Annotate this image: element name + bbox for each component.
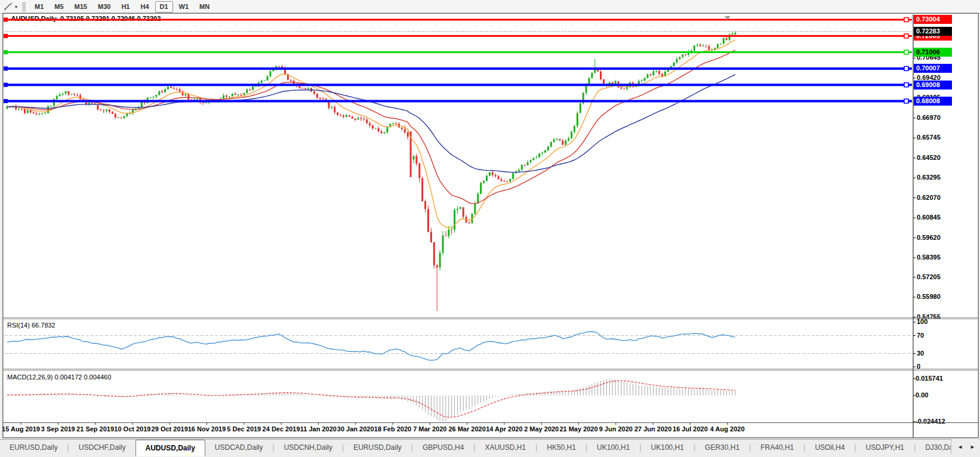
timeframe-button-m5[interactable]: M5	[50, 1, 68, 13]
cursor-tool-icon	[4, 2, 13, 11]
dropdown-caret-icon: ▾	[15, 4, 17, 10]
tab-eurusd-daily[interactable]: EURUSD,Daily	[344, 440, 411, 455]
timeframe-button-mn[interactable]: MN	[195, 1, 214, 13]
tab-uk100-h1[interactable]: UK100,H1	[587, 440, 639, 455]
timeframe-button-h4[interactable]: H4	[135, 1, 153, 13]
toolbar-grip[interactable]	[22, 2, 26, 11]
tab-fra40-h1[interactable]: FRA40,H1	[751, 440, 803, 455]
mt4-window: ▾ M1M5M15M30H1H4D1W1MN ▸AUDUSD,Daily 0.7…	[0, 0, 980, 457]
tab-usdchf-daily[interactable]: USDCHF,Daily	[69, 440, 135, 455]
timeframe-button-m15[interactable]: M15	[70, 1, 92, 13]
tab-usdcad-daily[interactable]: USDCAD,Daily	[205, 440, 273, 455]
tab-xauusd-h1[interactable]: XAUUSD,H1	[475, 440, 535, 455]
timeframe-button-w1[interactable]: W1	[174, 1, 194, 13]
chart-area[interactable]	[2, 13, 979, 438]
timeframe-button-d1[interactable]: D1	[155, 1, 173, 13]
tab-uk100-h1[interactable]: UK100,H1	[642, 440, 694, 455]
tab-eurusd-daily[interactable]: EURUSD,Daily	[0, 440, 67, 455]
timeframe-button-h1[interactable]: H1	[116, 1, 134, 13]
tab-gbpusd-h4[interactable]: GBPUSD,H4	[413, 440, 473, 455]
tab-usoil-h4[interactable]: USOil,H4	[805, 440, 854, 455]
timeframe-button-m1[interactable]: M1	[30, 1, 48, 13]
tab-usdjpy-h1[interactable]: USDJPY,H1	[856, 440, 914, 455]
tab-scroll-right-icon[interactable]: ►	[966, 442, 979, 452]
tab-audusd-daily[interactable]: AUDUSD,Daily	[135, 440, 205, 456]
timeframe-buttons: M1M5M15M30H1H4D1W1MN	[29, 1, 215, 13]
chart-tabs-bar: EURUSD,Daily|USDCHF,DailyAUDUSD,DailyUSD…	[0, 439, 980, 457]
timeframe-button-m30[interactable]: M30	[93, 1, 115, 13]
tab-scroll-left-icon[interactable]: ◄	[954, 442, 966, 452]
toolbar: ▾ M1M5M15M30H1H4D1W1MN	[0, 0, 980, 14]
tab-usdcnh-daily[interactable]: USDCNH,Daily	[275, 440, 342, 455]
tab-ger30-h1[interactable]: GER30,H1	[695, 440, 749, 455]
cursor-tool-button[interactable]: ▾	[1, 1, 20, 13]
tab-hk50-h1[interactable]: HK50,H1	[537, 440, 585, 455]
tab-scroll-arrows: ◄ ►	[951, 439, 979, 455]
